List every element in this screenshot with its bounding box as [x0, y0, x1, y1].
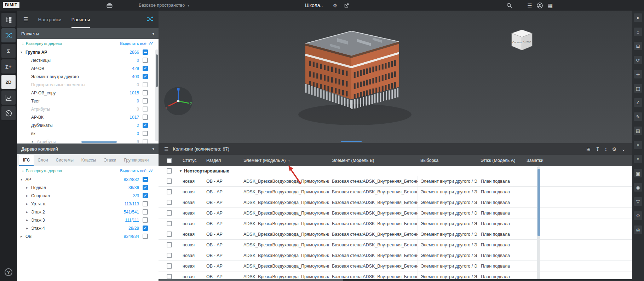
tree-item[interactable]: Подозрительные элементы0	[17, 81, 159, 89]
orbit-icon[interactable]: ⟳	[634, 56, 642, 64]
visibility-icon[interactable]: ◉	[634, 183, 642, 192]
model-tree-icon[interactable]	[1, 13, 16, 27]
calc-tree-vertical-scrollbar[interactable]	[155, 49, 158, 141]
share-icon[interactable]	[342, 0, 351, 11]
select-arrow-icon[interactable]: ➤	[634, 13, 642, 22]
caret-icon[interactable]: ▾	[21, 177, 25, 181]
export-icon[interactable]: ↧	[596, 146, 600, 152]
panel-menu-icon[interactable]: ☰	[164, 146, 169, 152]
filter-icon[interactable]: ▽	[634, 197, 642, 206]
calculations-section-header[interactable]: Расчеты ▾	[17, 28, 159, 39]
row-checkbox[interactable]	[167, 178, 172, 184]
tree-item[interactable]: Дубликаты2	[17, 121, 159, 129]
collision-tree-tab-классы[interactable]: Классы	[77, 155, 100, 166]
caret-icon[interactable]: ▾	[21, 50, 25, 54]
tree-item[interactable]: Элемент внутри другого403	[17, 72, 159, 81]
column-header[interactable]: Элемент (Модель B)	[329, 158, 418, 163]
3d-building-model[interactable]	[298, 23, 419, 140]
panel-resize-handle[interactable]	[341, 141, 362, 142]
caret-icon[interactable]: ▸	[21, 234, 25, 238]
tab-settings[interactable]: Настройки	[38, 11, 61, 28]
tree-item[interactable]: ▸Спортзал3/3	[17, 192, 159, 200]
tree-item-checkbox[interactable]	[143, 74, 148, 79]
tree-item-checkbox[interactable]	[143, 49, 148, 55]
collision-tree-section-header[interactable]: Дерево коллизий ▾	[17, 144, 159, 154]
tree-item[interactable]: ▾АР832/832	[17, 175, 159, 183]
tree-item-checkbox[interactable]	[143, 82, 148, 87]
view-cube[interactable]: Справа Сзади	[510, 28, 534, 55]
workspace-selector[interactable]: Базовое пространство ▾	[139, 0, 189, 11]
row-checkbox[interactable]	[167, 274, 172, 279]
column-header[interactable]: Заметки	[524, 158, 632, 163]
tree-item[interactable]: ▸Ур. ч. п.113/113	[17, 200, 159, 208]
tree-item[interactable]: ▸Этаж 3111/111	[17, 216, 159, 224]
tree-item-checkbox[interactable]	[143, 226, 148, 231]
expand-tree-link[interactable]: ↕ Развернуть дерево	[22, 41, 62, 46]
tree-item[interactable]: ▾Группа АР2866	[17, 48, 159, 56]
view-settings-icon[interactable]: ⚙	[634, 211, 642, 220]
3d-viewport[interactable]: x y Справа Сзади	[159, 11, 632, 143]
collision-tree-tab-группировки[interactable]: Группировки	[120, 155, 153, 166]
zoom-extents-icon[interactable]: ⊞	[634, 42, 642, 50]
tree-item[interactable]: Атрибуты0	[17, 105, 159, 113]
select-all-link[interactable]: Выделить всё ✓✓	[120, 41, 154, 46]
tree-item[interactable]: ▸Этаж 2541/541	[17, 208, 159, 216]
markup-pen-icon[interactable]: ✎	[634, 112, 642, 121]
table-horizontal-scrollbar[interactable]	[159, 279, 632, 281]
row-checkbox[interactable]	[167, 253, 172, 258]
project-settings-gear-icon[interactable]: ⚙	[330, 0, 340, 11]
walk-mode-icon[interactable]: ⌖	[634, 155, 642, 163]
pan-icon[interactable]: ✛	[634, 70, 642, 78]
collision-row[interactable]: новаяОВ - АРADSK_ВрезкаВоздуховода_Прямо…	[159, 261, 632, 271]
tab-calculations[interactable]: Расчеты	[71, 11, 90, 28]
caret-icon[interactable]: ▸	[26, 226, 31, 230]
tree-item-checkbox[interactable]	[143, 131, 148, 136]
tree-item-checkbox[interactable]	[143, 201, 148, 206]
collision-tree-tab-ifc[interactable]: IFC	[19, 155, 34, 166]
tree-item[interactable]: ▸Этаж 428/28	[17, 224, 159, 232]
column-header[interactable]: Статус	[180, 158, 203, 163]
account-icon[interactable]	[535, 0, 544, 11]
tree-item-checkbox[interactable]	[143, 185, 148, 190]
row-checkbox[interactable]	[167, 221, 172, 226]
eye-target-icon[interactable]: ◎	[634, 226, 642, 234]
home-view-icon[interactable]: ⌂	[634, 28, 642, 36]
calc-tree-horizontal-scrollbar[interactable]	[17, 141, 159, 143]
tree-item-checkbox[interactable]	[143, 90, 148, 95]
row-checkbox[interactable]	[167, 210, 172, 216]
row-checkbox[interactable]	[167, 200, 172, 205]
tree-item-checkbox[interactable]	[143, 123, 148, 128]
row-checkbox[interactable]	[167, 189, 172, 194]
tree-item[interactable]: АР-ОВ429	[17, 64, 159, 72]
explode-model-icon[interactable]: ✳	[634, 141, 642, 149]
tree-item[interactable]: Лестницы0	[17, 56, 159, 64]
table-settings-gear-icon[interactable]: ⚙	[612, 146, 617, 152]
row-checkbox[interactable]	[167, 242, 172, 247]
header-select-all-cell[interactable]	[159, 158, 180, 163]
tree-item-checkbox[interactable]	[143, 177, 148, 182]
chart-icon[interactable]	[1, 90, 16, 105]
collision-tree-tab-слои[interactable]: Слои	[34, 155, 52, 166]
clip-box-icon[interactable]: ▤	[634, 127, 642, 135]
tree-item-checkbox[interactable]	[143, 115, 148, 120]
table-vertical-scrollbar[interactable]	[537, 166, 540, 281]
collision-row[interactable]: новаяОВ - АРADSK_ВрезкаВоздуховода_Прямо…	[159, 197, 632, 208]
expand-tree-link[interactable]: ↕ Развернуть дерево	[22, 169, 62, 173]
help-button[interactable]: ?	[5, 268, 12, 276]
tree-item-checkbox[interactable]	[143, 66, 148, 71]
collision-tree-tab-системы[interactable]: Системы	[52, 155, 77, 166]
collision-row[interactable]: новаяОВ - АРADSK_ВрезкаВоздуховода_Прямо…	[159, 240, 632, 250]
caret-icon[interactable]: ▸	[26, 210, 31, 214]
sum-icon[interactable]: Σ	[1, 44, 16, 58]
tree-item-checkbox[interactable]	[143, 106, 148, 112]
collision-row[interactable]: новаяОВ - АРADSK_ВрезкаВоздуховода_Прямо…	[159, 218, 632, 229]
tree-item-checkbox[interactable]	[143, 58, 148, 63]
tree-item-checkbox[interactable]	[143, 234, 148, 239]
tree-item[interactable]: вк0	[17, 129, 159, 137]
tree-item-checkbox[interactable]	[143, 193, 148, 198]
column-header[interactable]: Элемент (Модель А)↑	[241, 158, 329, 163]
tree-item[interactable]: АР-ОВ_сору1015	[17, 89, 159, 97]
screenshot-icon[interactable]: ▣	[634, 169, 642, 177]
tree-item[interactable]: ▸ОВ834/834	[17, 232, 159, 240]
gauge-icon[interactable]	[1, 106, 16, 120]
